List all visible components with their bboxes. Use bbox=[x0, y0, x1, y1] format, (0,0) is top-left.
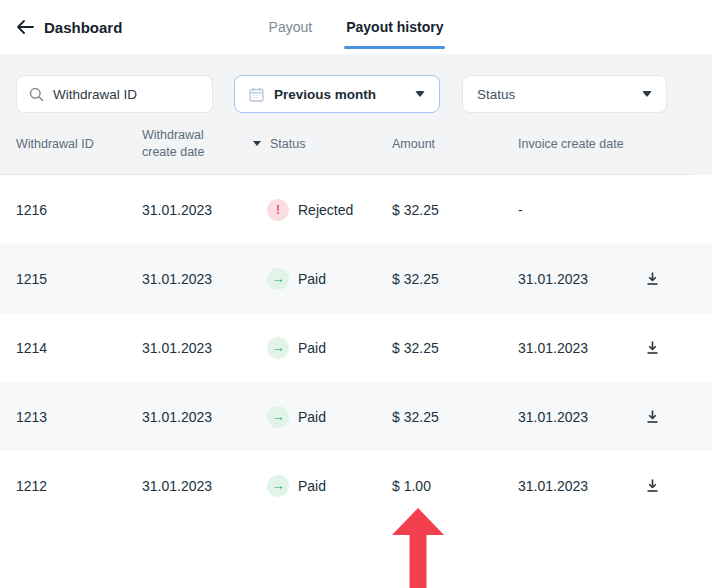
withdrawal-create-date-cell: 31.01.2023 bbox=[142, 202, 253, 218]
status-label: Rejected bbox=[298, 202, 353, 218]
status-cell: → Paid bbox=[253, 406, 392, 428]
status-label: Paid bbox=[298, 478, 326, 494]
invoice-create-date-cell: 31.01.2023 bbox=[518, 478, 626, 494]
status-label: Paid bbox=[298, 409, 326, 425]
invoice-create-date-cell: 31.01.2023 bbox=[518, 271, 626, 287]
status-label: Paid bbox=[298, 271, 326, 287]
withdrawal-create-date-cell: 31.01.2023 bbox=[142, 271, 253, 287]
withdrawal-id-cell: 1212 bbox=[16, 478, 142, 494]
table-row: 1215 31.01.2023 → Paid $ 32.25 31.01.202… bbox=[0, 244, 712, 313]
tab-payout[interactable]: Payout bbox=[267, 0, 315, 54]
paid-status-icon: → bbox=[267, 475, 289, 497]
table-row: 1214 31.01.2023 → Paid $ 32.25 31.01.202… bbox=[0, 313, 712, 382]
column-header-status: Status bbox=[253, 137, 392, 151]
column-header-amount: Amount bbox=[392, 137, 518, 151]
withdrawal-create-date-cell: 31.01.2023 bbox=[142, 478, 253, 494]
paid-status-icon: → bbox=[267, 406, 289, 428]
filters-and-header-band: Previous month Status Withdrawal ID With… bbox=[0, 54, 712, 175]
sort-caret-icon[interactable] bbox=[253, 141, 261, 146]
amount-cell: $ 32.25 bbox=[392, 271, 518, 287]
withdrawal-create-date-cell: 31.01.2023 bbox=[142, 340, 253, 356]
calendar-icon bbox=[249, 87, 264, 102]
download-icon bbox=[645, 271, 660, 286]
column-header-invoice-create-date: Invoice create date bbox=[518, 137, 626, 151]
paid-status-icon: → bbox=[267, 268, 289, 290]
search-input[interactable] bbox=[53, 87, 200, 102]
table-body: 1216 31.01.2023 ! Rejected $ 32.25 - 121… bbox=[0, 175, 712, 520]
withdrawal-id-cell: 1215 bbox=[16, 271, 142, 287]
download-invoice-button[interactable] bbox=[643, 269, 662, 288]
withdrawal-create-date-cell: 31.01.2023 bbox=[142, 409, 253, 425]
status-cell: ! Rejected bbox=[253, 199, 392, 221]
amount-cell: $ 32.25 bbox=[392, 409, 518, 425]
table-row: 1216 31.01.2023 ! Rejected $ 32.25 - bbox=[0, 175, 712, 244]
chevron-down-icon bbox=[642, 91, 652, 97]
invoice-create-date-cell: - bbox=[518, 202, 626, 218]
status-label: Paid bbox=[298, 340, 326, 356]
download-icon bbox=[645, 409, 660, 424]
paid-status-icon: → bbox=[267, 337, 289, 359]
table-row: 1212 31.01.2023 → Paid $ 1.00 31.01.2023 bbox=[0, 451, 712, 520]
column-header-withdrawal-create-date[interactable]: Withdrawal create date bbox=[142, 127, 242, 160]
download-invoice-button[interactable] bbox=[643, 407, 662, 426]
withdrawal-id-cell: 1216 bbox=[16, 202, 142, 218]
invoice-create-date-cell: 31.01.2023 bbox=[518, 409, 626, 425]
column-header-status-label: Status bbox=[270, 137, 305, 151]
table-header-row: Withdrawal ID Withdrawal create date Sta… bbox=[0, 113, 712, 174]
status-cell: → Paid bbox=[253, 475, 392, 497]
invoice-create-date-cell: 31.01.2023 bbox=[518, 340, 626, 356]
table-row: 1213 31.01.2023 → Paid $ 32.25 31.01.202… bbox=[0, 382, 712, 451]
withdrawal-id-cell: 1214 bbox=[16, 340, 142, 356]
status-cell: → Paid bbox=[253, 337, 392, 359]
status-select-value: Status bbox=[477, 87, 642, 102]
download-invoice-button[interactable] bbox=[643, 338, 662, 357]
red-annotation-arrow bbox=[392, 508, 444, 588]
tab-bar: Payout Payout history bbox=[0, 0, 712, 54]
chevron-down-icon bbox=[415, 91, 425, 97]
red-arrow-shape bbox=[392, 508, 444, 588]
download-icon bbox=[645, 478, 660, 493]
rejected-status-icon: ! bbox=[267, 199, 289, 221]
search-icon bbox=[29, 87, 44, 102]
page-header: Dashboard Payout Payout history bbox=[0, 0, 712, 54]
amount-cell: $ 1.00 bbox=[392, 478, 518, 494]
download-invoice-button[interactable] bbox=[643, 476, 662, 495]
status-cell: → Paid bbox=[253, 268, 392, 290]
download-icon bbox=[645, 340, 660, 355]
period-select-value: Previous month bbox=[274, 87, 405, 102]
status-select[interactable]: Status bbox=[462, 75, 667, 113]
amount-cell: $ 32.25 bbox=[392, 340, 518, 356]
tab-payout-history[interactable]: Payout history bbox=[344, 0, 445, 54]
period-select[interactable]: Previous month bbox=[234, 75, 440, 113]
withdrawal-id-search[interactable] bbox=[16, 75, 213, 113]
withdrawal-id-cell: 1213 bbox=[16, 409, 142, 425]
filters-row: Previous month Status bbox=[0, 75, 712, 113]
amount-cell: $ 32.25 bbox=[392, 202, 518, 218]
column-header-withdrawal-id: Withdrawal ID bbox=[16, 137, 142, 151]
